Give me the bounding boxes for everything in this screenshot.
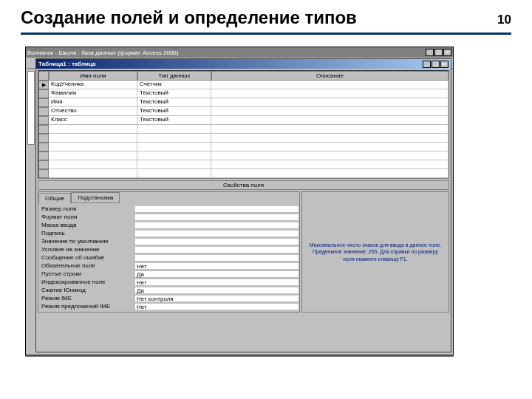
- cell-field-type[interactable]: [137, 160, 211, 169]
- table-row[interactable]: [38, 143, 449, 151]
- cell-field-name[interactable]: [49, 143, 137, 151]
- cell-field-type[interactable]: Текстовый: [137, 89, 211, 98]
- grid-header: Имя поля Тип данных Описание: [38, 71, 449, 81]
- tab-lookup[interactable]: Подстановка: [71, 192, 120, 203]
- cell-field-name[interactable]: [49, 125, 137, 134]
- tab-general[interactable]: Общие: [38, 193, 71, 204]
- cell-field-type[interactable]: Текстовый: [137, 98, 211, 107]
- property-label: Условие на значение: [38, 246, 134, 253]
- cell-field-type[interactable]: [137, 151, 211, 160]
- table-row[interactable]: [38, 125, 449, 134]
- property-row: Условие на значение: [38, 245, 299, 253]
- table-row[interactable]: ФамилияТекстовый: [38, 89, 449, 98]
- cell-field-name[interactable]: Фамилия: [49, 89, 137, 98]
- row-selector[interactable]: [38, 143, 49, 151]
- property-value[interactable]: [134, 214, 299, 221]
- table-row[interactable]: [38, 134, 449, 143]
- cell-field-desc[interactable]: [211, 98, 449, 107]
- property-value[interactable]: Нет контроля: [134, 295, 299, 302]
- property-label: Сжатие Юникод: [38, 287, 134, 293]
- row-selector[interactable]: [38, 160, 49, 169]
- inner-close-button[interactable]: ×: [440, 61, 449, 68]
- property-value[interactable]: [134, 222, 299, 229]
- property-value[interactable]: [134, 246, 299, 253]
- table-row[interactable]: ИмяТекстовый: [38, 98, 449, 107]
- cell-field-name[interactable]: [49, 169, 137, 178]
- property-value[interactable]: Да: [134, 270, 299, 278]
- col-header-name[interactable]: Имя поля: [49, 71, 137, 81]
- table-row[interactable]: ▶КодУченикаСчетчик: [38, 81, 449, 89]
- cell-field-desc[interactable]: [211, 169, 449, 178]
- property-value[interactable]: [134, 238, 299, 245]
- row-selector[interactable]: [38, 107, 49, 116]
- row-selector[interactable]: [38, 116, 49, 125]
- property-row: Формат поля: [38, 213, 299, 221]
- cell-field-name[interactable]: [49, 134, 137, 143]
- cell-field-desc[interactable]: [211, 134, 449, 143]
- property-value[interactable]: Да: [134, 287, 299, 294]
- property-value[interactable]: Нет: [134, 303, 299, 310]
- maximize-button[interactable]: □: [434, 49, 443, 56]
- property-row: Размер поля: [38, 205, 299, 213]
- table-row[interactable]: [38, 151, 449, 160]
- row-selector[interactable]: [38, 89, 49, 98]
- cell-field-type[interactable]: Текстовый: [137, 116, 211, 125]
- cell-field-desc[interactable]: [211, 107, 449, 116]
- cell-field-name[interactable]: Отчество: [49, 107, 137, 116]
- cell-field-desc[interactable]: [211, 125, 449, 134]
- property-value[interactable]: [134, 254, 299, 262]
- row-selector[interactable]: [38, 151, 49, 160]
- property-label: Маска ввода: [38, 222, 134, 228]
- cell-field-desc[interactable]: [211, 160, 449, 169]
- property-value[interactable]: [134, 230, 299, 237]
- field-properties-label: Свойства поля: [38, 180, 449, 190]
- property-label: Режим IME: [38, 295, 134, 301]
- cell-field-type[interactable]: [137, 134, 211, 143]
- cell-field-type[interactable]: [137, 143, 211, 151]
- cell-field-name[interactable]: Класс: [49, 116, 137, 125]
- help-panel: Максимальное число знаков для ввода в да…: [301, 191, 449, 313]
- cell-field-name[interactable]: КодУченика: [49, 81, 137, 89]
- inner-maximize-button[interactable]: □: [432, 61, 440, 68]
- row-selector[interactable]: ▶: [38, 81, 49, 89]
- cell-field-desc[interactable]: [211, 151, 449, 160]
- cell-field-desc[interactable]: [211, 81, 449, 89]
- cell-field-desc[interactable]: [211, 89, 449, 98]
- table-design-window: Таблица1 : таблица _ □ × Имя поля Тип да…: [35, 58, 451, 352]
- cell-field-desc[interactable]: [211, 143, 449, 151]
- inner-minimize-button[interactable]: _: [423, 61, 431, 68]
- table-row[interactable]: [38, 160, 449, 169]
- cell-field-name[interactable]: Имя: [49, 98, 137, 107]
- property-label: Индексированное поле: [38, 279, 134, 285]
- property-row: Значение по умолчанию: [38, 237, 299, 245]
- row-selector-header: [38, 71, 49, 81]
- field-grid: Имя поля Тип данных Описание ▶КодУченика…: [38, 70, 449, 179]
- property-label: Размер поля: [38, 205, 134, 212]
- close-button[interactable]: ×: [443, 49, 451, 56]
- table-row[interactable]: ОтчествоТекстовый: [38, 107, 449, 116]
- row-selector[interactable]: [38, 125, 49, 134]
- property-value[interactable]: Нет: [134, 279, 299, 286]
- property-label: Подпись: [38, 230, 134, 236]
- cell-field-name[interactable]: [49, 160, 137, 169]
- row-selector[interactable]: [38, 98, 49, 107]
- cell-field-type[interactable]: [137, 169, 211, 178]
- table-row[interactable]: [38, 169, 449, 178]
- col-header-type[interactable]: Тип данных: [137, 71, 211, 81]
- cell-field-type[interactable]: Счетчик: [137, 81, 211, 89]
- property-value[interactable]: Нет: [134, 262, 299, 270]
- cell-field-name[interactable]: [49, 151, 137, 160]
- cell-field-type[interactable]: [137, 125, 211, 134]
- cell-field-type[interactable]: Текстовый: [137, 107, 211, 116]
- property-value[interactable]: [134, 205, 299, 213]
- cell-field-desc[interactable]: [211, 116, 449, 125]
- property-label: Режим предложений IME: [38, 303, 134, 310]
- table-row[interactable]: КлассТекстовый: [38, 116, 449, 125]
- row-selector[interactable]: [38, 169, 49, 178]
- property-label: Значение по умолчанию: [38, 238, 134, 245]
- minimize-button[interactable]: _: [426, 49, 434, 56]
- row-selector[interactable]: [38, 134, 49, 143]
- property-row: Пустые строкиДа: [38, 270, 299, 278]
- inner-window-title: Таблица1 : таблица: [38, 61, 95, 67]
- col-header-desc[interactable]: Описание: [211, 71, 449, 81]
